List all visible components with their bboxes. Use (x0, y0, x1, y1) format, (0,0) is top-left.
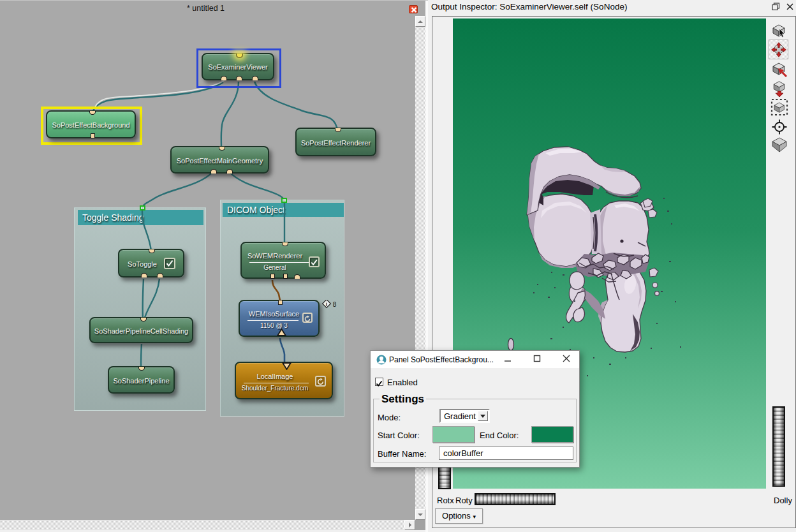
svg-text:8: 8 (333, 301, 337, 308)
svg-text:i: i (326, 301, 327, 307)
